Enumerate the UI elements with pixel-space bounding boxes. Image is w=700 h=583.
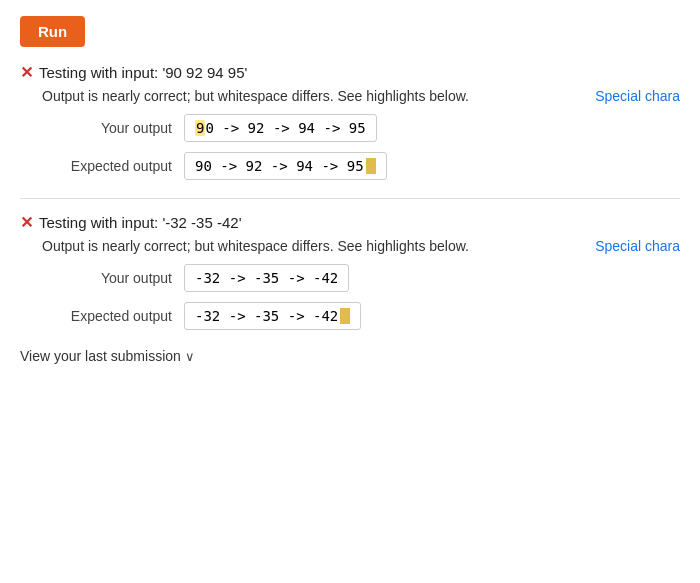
highlighted-char-1: 9	[195, 120, 205, 136]
expected-output-row-1: Expected output 90 -> 92 -> 94 -> 95	[42, 152, 680, 180]
special-char-link-2[interactable]: Special chara	[595, 238, 680, 254]
your-output-text-2: -32 -> -35 -> -42	[195, 270, 338, 286]
test-title-1: Testing with input: '90 92 94 95'	[39, 64, 247, 81]
test-case-2: ✕ Testing with input: '-32 -35 -42' Outp…	[20, 213, 680, 330]
output-rows-1: Your output 90 -> 92 -> 94 -> 95 Expecte…	[42, 114, 680, 180]
test-title-row-1: ✕ Testing with input: '90 92 94 95'	[20, 63, 680, 82]
your-output-label-1: Your output	[42, 120, 172, 136]
expected-output-box-2: -32 -> -35 -> -42	[184, 302, 361, 330]
test-title-2: Testing with input: '-32 -35 -42'	[39, 214, 242, 231]
view-submission-text[interactable]: View your last submission	[20, 348, 181, 364]
expected-output-text-1: 90 -> 92 -> 94 -> 95	[195, 158, 364, 174]
test-case-1: ✕ Testing with input: '90 92 94 95' Outp…	[20, 63, 680, 180]
output-message-row-1: Output is nearly correct; but whitespace…	[42, 88, 680, 104]
trailing-highlight-1	[366, 158, 376, 174]
divider-1	[20, 198, 680, 199]
expected-output-box-1: 90 -> 92 -> 94 -> 95	[184, 152, 387, 180]
expected-output-text-2: -32 -> -35 -> -42	[195, 308, 338, 324]
your-output-box-1: 90 -> 92 -> 94 -> 95	[184, 114, 377, 142]
fail-icon-2: ✕	[20, 213, 33, 232]
page-wrapper: Run ✕ Testing with input: '90 92 94 95' …	[0, 0, 700, 583]
test-title-row-2: ✕ Testing with input: '-32 -35 -42'	[20, 213, 680, 232]
your-output-row-2: Your output -32 -> -35 -> -42	[42, 264, 680, 292]
rest-text-1: 0	[205, 120, 213, 136]
your-output-box-2: -32 -> -35 -> -42	[184, 264, 349, 292]
output-message-2: Output is nearly correct; but whitespace…	[42, 238, 587, 254]
your-output-text-1: 90 -> 92 -> 94 -> 95	[195, 120, 366, 136]
chevron-down-icon[interactable]: ∨	[185, 349, 195, 364]
output-rows-2: Your output -32 -> -35 -> -42 Expected o…	[42, 264, 680, 330]
expected-output-row-2: Expected output -32 -> -35 -> -42	[42, 302, 680, 330]
expected-output-label-2: Expected output	[42, 308, 172, 324]
trailing-highlight-2	[340, 308, 350, 324]
expected-output-label-1: Expected output	[42, 158, 172, 174]
fail-icon-1: ✕	[20, 63, 33, 82]
special-char-link-1[interactable]: Special chara	[595, 88, 680, 104]
output-message-1: Output is nearly correct; but whitespace…	[42, 88, 587, 104]
your-output-label-2: Your output	[42, 270, 172, 286]
view-submission-row: View your last submission ∨	[20, 348, 680, 364]
output-message-row-2: Output is nearly correct; but whitespace…	[42, 238, 680, 254]
run-button[interactable]: Run	[20, 16, 85, 47]
your-output-row-1: Your output 90 -> 92 -> 94 -> 95	[42, 114, 680, 142]
